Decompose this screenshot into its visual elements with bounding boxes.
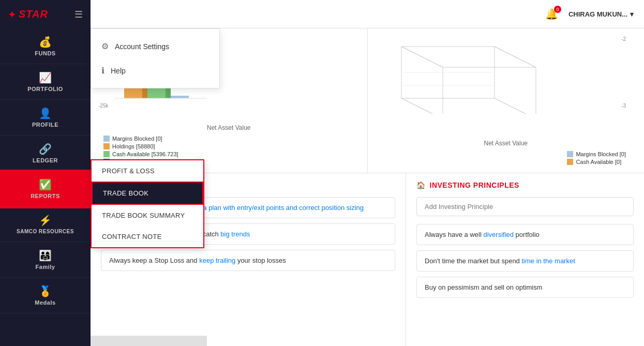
sidebar-item-label: PORTFOLIO [27,86,63,92]
article-text-highlight: de with a plan with entry/exit points an… [180,204,364,212]
sidebar-item-profile[interactable]: 👤 PROFILE [0,100,91,136]
funds-icon: 💰 [39,36,52,48]
legend-label: Cash Available [5396.723] [112,151,178,157]
logo-text: STAR [19,8,48,20]
dropdown-item-contract-note[interactable]: CONTRACT NOTE [92,226,203,247]
account-popup: ⚙ Account Settings ℹ Help [91,28,220,88]
bell-badge: 0 [554,6,561,13]
chart-right: -2 -3 Net Asset Value [368,28,645,173]
legend-label: Cash Available [0] [576,159,621,165]
svg-marker-10 [401,98,536,114]
house-icon: 🏠 [416,181,426,189]
help-icon: ℹ [101,66,104,76]
legend-color [567,159,573,165]
article-text: your stop losses [235,257,286,264]
principle-item[interactable]: Buy on pessimism and sell on optimism [416,277,634,298]
principles-title-text: INVESTING PRINCIPLES [430,181,519,189]
chart-svg-right [391,36,546,114]
svg-marker-9 [401,47,443,114]
legend-color [103,151,110,157]
sidebar-item-portfolio[interactable]: 📈 PORTFOLIO [0,64,91,100]
legend-item: Margins Blocked [0] [103,136,178,142]
profile-icon: 👤 [39,107,52,119]
dropdown-item-tradebook[interactable]: TRADE BOOK [92,182,203,205]
dropdown-item-pl[interactable]: PROFIT & LOSS [92,160,203,182]
sidebar-item-ledger[interactable]: 🔗 LEDGER [0,136,91,171]
sidebar-item-label: Medals [35,299,55,306]
sidebar: ✦ STAR ☰ 💰 FUNDS 📈 PORTFOLIO 👤 PROFILE 🔗… [0,0,91,346]
legend-color [103,136,110,142]
chart-legend-right: Margins Blocked [0] Cash Available [0] [562,151,636,165]
principle-item[interactable]: Don't time the market but spend time in … [416,250,634,272]
reports-dropdown: PROFIT & LOSS TRADE BOOK TRADE BOOK SUMM… [91,159,204,248]
medals-icon: 🏅 [39,285,52,297]
y-labels-right: -2 -3 [621,36,626,109]
sidebar-item-label: REPORTS [31,193,60,199]
highlight-text: time in the market [521,257,575,265]
logo-icon: ✦ [8,8,17,21]
account-settings-label: Account Settings [115,42,169,51]
sidebar-logo: ✦ STAR ☰ [0,0,91,28]
legend-item: Cash Available [5396.723] [103,151,178,157]
help-label: Help [111,67,126,75]
legend-label: Margins Blocked [0] [576,151,626,157]
dropdown-label: TRADE BOOK [103,189,148,197]
principles-section: 🏠 INVESTING PRINCIPLES Always have a wel… [406,173,644,346]
legend-item: Margins Blocked [0] [567,151,626,157]
legend-label: Margins Blocked [0] [112,136,162,142]
user-menu[interactable]: CHIRAG MUKUN... ▾ [568,10,634,18]
sidebar-item-label: LEDGER [33,157,58,163]
svg-rect-6 [171,96,189,98]
legend-color [567,151,573,157]
dropdown-label: PROFIT & LOSS [102,167,155,175]
principle-item[interactable]: Always have a well diversified portfolio [416,224,634,245]
y-label: -3 [621,103,626,109]
topbar: 🔔 0 CHIRAG MUKUN... ▾ [91,0,644,28]
dropdown-item-tradebook-summary[interactable]: TRADE BOOK SUMMARY [92,205,203,226]
sidebar-item-funds[interactable]: 💰 FUNDS [0,28,91,64]
article-item[interactable]: Always keep a Stop Loss and keep trailin… [101,250,395,271]
account-settings-item[interactable]: ⚙ Account Settings [91,34,219,58]
sidebar-item-label: SAMCO RESOURCES [17,229,74,234]
family-icon: 👨‍👩‍👧 [39,249,52,262]
legend-color [103,143,110,149]
y-label: -25k [98,103,108,109]
highlight-text: diversified [483,231,514,238]
dropdown-label: CONTRACT NOTE [102,233,162,240]
svg-marker-11 [495,47,536,114]
sidebar-item-samco-resources[interactable]: ⚡ SAMCO RESOURCES [0,207,91,242]
article-text: Always keep a Stop Loss and [109,257,199,264]
settings-icon: ⚙ [101,41,109,51]
sidebar-item-label: Family [36,264,55,270]
user-name: CHIRAG MUKUN... [568,10,627,18]
reports-icon: ✅ [39,178,52,191]
dropdown-label: TRADE BOOK SUMMARY [102,212,185,219]
add-principle-input[interactable] [416,197,634,216]
legend-item: Cash Available [0] [567,159,626,165]
article-text-highlight: big trends [220,230,250,238]
chart-title-right: Net Asset Value [484,140,528,147]
legend-item: Holdings [58880] [103,143,178,149]
ledger-icon: 🔗 [39,143,52,155]
portfolio-icon: 📈 [39,71,52,84]
sidebar-item-label: FUNDS [35,50,55,56]
sidebar-item-label: PROFILE [32,122,58,128]
samco-icon: ⚡ [39,214,52,227]
notification-bell[interactable]: 🔔 0 [545,8,558,20]
article-text-highlight: keep trailing [199,257,235,264]
principles-title: 🏠 INVESTING PRINCIPLES [416,181,634,189]
chart-title-left: Net Asset Value [207,124,251,131]
hamburger-icon[interactable]: ☰ [74,9,83,20]
sidebar-item-medals[interactable]: 🏅 Medals [0,278,91,313]
y-label: -2 [621,36,626,42]
sidebar-item-reports[interactable]: ✅ REPORTS [0,171,91,207]
dropdown-arrow-icon: ▾ [630,10,634,18]
legend-label: Holdings [58880] [112,143,155,149]
sidebar-item-family[interactable]: 👨‍👩‍👧 Family [0,242,91,278]
help-item[interactable]: ℹ Help [91,58,219,83]
